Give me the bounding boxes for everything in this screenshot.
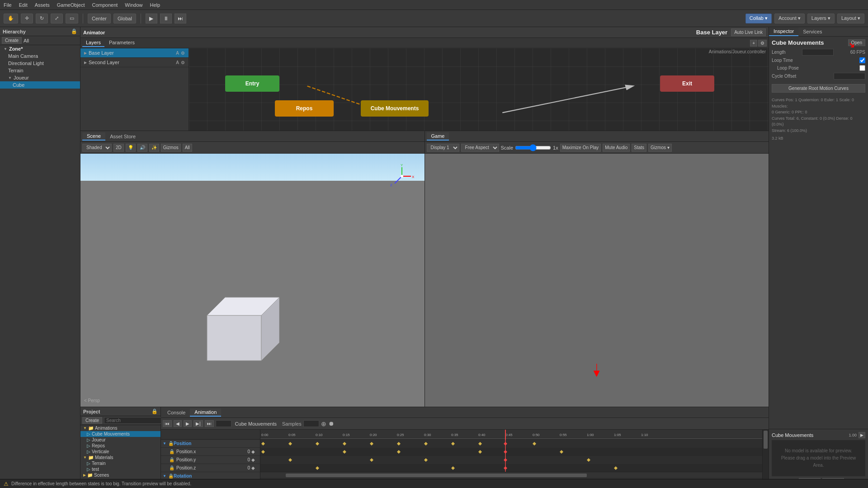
proj-item-test[interactable]: ▷test — [80, 466, 160, 472]
animator-settings-btn[interactable]: ⚙ — [758, 40, 767, 47]
tab-layers[interactable]: Layers — [82, 39, 104, 47]
animator-add-btn[interactable]: + — [750, 40, 757, 47]
lights-btn[interactable]: 💡 — [126, 144, 136, 152]
hierarchy-create-btn[interactable]: Create — [2, 37, 22, 44]
posy-add-key[interactable]: ◆ — [250, 457, 256, 462]
asset-store-tab[interactable]: Asset Store — [105, 133, 140, 140]
proj-item-materials[interactable]: ▼📁Materials — [80, 455, 160, 460]
scene-gizmos-btn[interactable]: Gizmos — [161, 144, 181, 152]
hierarchy-item-cube[interactable]: Cube — [0, 81, 80, 89]
hand-tool-btn[interactable]: ✋ — [4, 14, 18, 23]
center-btn[interactable]: Center — [88, 14, 111, 23]
layer-second[interactable]: ▶ Second Layer A ⚙ — [80, 58, 189, 67]
menu-window[interactable]: Window — [123, 2, 144, 8]
game-tab[interactable]: Game — [427, 132, 449, 141]
state-cube-mouvements[interactable]: Cube Mouvements — [361, 100, 429, 117]
scale-slider[interactable] — [515, 144, 551, 151]
scale-tool-btn[interactable]: ⤢ — [51, 14, 63, 23]
project-create-btn[interactable]: Create — [82, 417, 102, 424]
services-tab[interactable]: Services — [798, 28, 826, 36]
layout-btn[interactable]: Layout ▾ — [837, 14, 864, 23]
tab-parameters[interactable]: Parameters — [105, 39, 138, 47]
menu-file[interactable]: File — [2, 2, 14, 8]
anim-samples-input[interactable]: 60 — [303, 420, 319, 427]
hierarchy-item-joueur[interactable]: ▼ Joueur — [0, 74, 80, 81]
anim-prev-frame[interactable]: ◀ — [174, 420, 182, 427]
console-tab[interactable]: Console — [163, 409, 190, 416]
proj-item-scenes[interactable]: ▶📁Scenes — [80, 472, 160, 478]
inspector-tab[interactable]: Inspector — [769, 27, 798, 36]
cycle-offset-input[interactable]: 0 — [834, 73, 865, 80]
anim-frame-input[interactable]: 45 — [216, 420, 231, 427]
hierarchy-item-dirlight[interactable]: Directional Light — [0, 60, 80, 67]
anim-record-btn[interactable]: ⏺ — [328, 420, 334, 427]
anim-first-frame[interactable]: ⏮ — [163, 420, 172, 427]
preview-play-btn[interactable]: ▶ — [859, 432, 865, 438]
menu-component[interactable]: Component — [90, 2, 119, 8]
hierarchy-item-zone[interactable]: ▼ Zone* — [0, 45, 80, 52]
global-btn[interactable]: Global — [113, 14, 136, 23]
proj-item-cube-mouvements[interactable]: ▷Cube Mouvements — [80, 431, 160, 437]
proj-item-joueur[interactable]: ▷Joueur — [80, 437, 160, 443]
menu-gameobject[interactable]: GameObject — [55, 2, 87, 8]
scene-filter-btn[interactable]: All — [183, 144, 192, 152]
generate-root-motion-btn[interactable]: Generate Root Motion Curves — [772, 84, 865, 93]
layer-second-settings-icon[interactable]: ⚙ — [181, 60, 185, 65]
step-btn[interactable]: ⏭ — [175, 14, 186, 23]
loop-pose-checkbox[interactable] — [859, 65, 865, 71]
state-repos[interactable]: Repos — [275, 100, 334, 117]
anim-play[interactable]: ▶ — [184, 420, 192, 427]
anim-add-curve-btn[interactable]: ⊕ — [321, 420, 326, 427]
layer-settings-icon[interactable]: ⚙ — [181, 51, 185, 56]
layer-base[interactable]: ▶ Base Layer A ⚙ — [80, 48, 189, 58]
posz-add-key[interactable]: ◆ — [250, 465, 256, 470]
sound-btn[interactable]: 🔊 — [137, 144, 147, 152]
proj-item-terrain-mat[interactable]: ▷Terrain — [80, 460, 160, 466]
2d-btn[interactable]: 2D — [113, 144, 124, 152]
menu-assets[interactable]: Assets — [33, 2, 52, 8]
proj-item-verticale[interactable]: ▷Verticale — [80, 449, 160, 455]
rect-tool-btn[interactable]: ▭ — [66, 14, 78, 23]
display-select[interactable]: Display 1 — [427, 144, 459, 152]
rotate-tool-btn[interactable]: ↻ — [36, 14, 48, 23]
effects-btn[interactable]: ✨ — [149, 144, 159, 152]
play-btn[interactable]: ▶ — [146, 14, 157, 23]
cube-svg — [189, 279, 279, 370]
anim-scrollbar[interactable] — [260, 472, 762, 478]
stats-btn[interactable]: Stats — [632, 144, 646, 152]
proj-item-repos[interactable]: ▷Repos — [80, 443, 160, 449]
anim-last-frame[interactable]: ⏭ — [205, 420, 214, 427]
shading-select[interactable]: Shaded — [82, 144, 112, 152]
proj-item-animations[interactable]: ▼📁Animations — [80, 425, 160, 431]
track-position-group[interactable]: ▼ 🔒 Position — [161, 440, 260, 448]
state-exit[interactable]: Exit — [660, 75, 714, 92]
anim-next-frame[interactable]: ▶| — [193, 420, 203, 427]
auto-live-link-btn[interactable]: Auto Live Link — [731, 28, 766, 36]
animation-tab[interactable]: Animation — [190, 408, 221, 417]
posx-add-key[interactable]: ◆ — [250, 449, 256, 454]
timeline-scroll-thumb[interactable] — [764, 431, 768, 449]
move-tool-btn[interactable]: ✛ — [21, 14, 33, 23]
anim-samples-label: Samples — [282, 421, 302, 427]
menu-help[interactable]: Help — [148, 2, 162, 8]
hierarchy-item-maincamera[interactable]: Main Camera — [0, 52, 80, 60]
project-search[interactable] — [104, 417, 166, 424]
layers-btn[interactable]: Layers ▾ — [807, 14, 835, 23]
scrollbar-thumb[interactable] — [286, 474, 587, 477]
account-btn[interactable]: Account ▾ — [774, 14, 805, 23]
scene-viewport[interactable]: X Y Z < Persp — [80, 154, 425, 407]
collab-btn[interactable]: Collab ▾ — [745, 14, 772, 23]
aspect-select[interactable]: Free Aspect — [461, 144, 499, 152]
state-entry[interactable]: Entry — [225, 75, 279, 92]
pause-btn[interactable]: ⏸ — [160, 14, 172, 23]
maximize-btn[interactable]: Maximize On Play — [560, 144, 601, 152]
game-gizmos-btn[interactable]: Gizmos ▾ — [648, 144, 672, 152]
file-icon-verticale: ▷ — [87, 449, 90, 454]
hierarchy-item-terrain[interactable]: Terrain — [0, 67, 80, 74]
mute-btn[interactable]: Mute Audio — [603, 144, 630, 152]
length-input[interactable]: 0.750 — [802, 49, 834, 56]
loop-time-checkbox[interactable] — [859, 57, 865, 63]
menu-edit[interactable]: Edit — [17, 2, 29, 8]
scene-tab[interactable]: Scene — [82, 132, 105, 141]
hierarchy-all-label: All — [24, 38, 29, 43]
